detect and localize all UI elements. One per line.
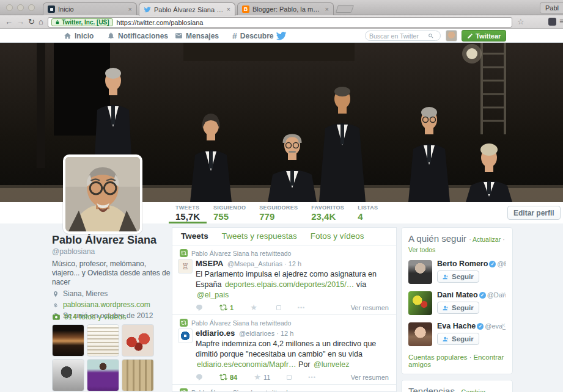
tweet-mention[interactable]: @lunvelez bbox=[314, 360, 350, 369]
address-bar[interactable]: Twitter, Inc. [US] https://twitter.com/p… bbox=[48, 17, 512, 27]
new-tab-button[interactable] bbox=[336, 5, 354, 13]
chrome-menu-icon[interactable]: ≡ bbox=[559, 16, 563, 26]
tweet-author-avatar[interactable]: ♖ bbox=[178, 259, 193, 274]
favorite-button[interactable]: ★ 11 bbox=[254, 374, 270, 381]
bookmark-star-icon[interactable]: ☆ bbox=[517, 17, 524, 26]
tab-close-icon[interactable]: × bbox=[325, 6, 329, 13]
compose-tweet-button[interactable]: Twittear bbox=[462, 30, 506, 42]
profile-website-link[interactable]: pablosiana.wordpress.com bbox=[63, 301, 150, 309]
follow-suggestion: Berto Romero✓@Berto_R… × Seguir bbox=[408, 260, 506, 285]
tweet-link[interactable]: deportes.elpais.com/deportes/2015/… bbox=[225, 280, 354, 289]
tweet-author-name[interactable]: MSEPA bbox=[196, 259, 223, 268]
stat-favorites[interactable]: FAVORITOS 23,4K bbox=[304, 202, 351, 223]
tweet[interactable]: Pablo Álvarez Siana ha retwitteado Astur… bbox=[172, 385, 396, 392]
search-box[interactable] bbox=[365, 31, 441, 41]
tweet-mention[interactable]: @el_pais bbox=[197, 291, 229, 299]
embed-button[interactable] bbox=[287, 375, 292, 380]
profile-photo-thumbnail[interactable] bbox=[52, 324, 84, 357]
follow-button[interactable]: Seguir bbox=[437, 270, 479, 283]
photos-section-link[interactable]: 914 fotos y vídeos bbox=[52, 313, 126, 321]
tab-tweets-replies[interactable]: Tweets y respuestas bbox=[222, 231, 297, 241]
nav-profile-avatar[interactable] bbox=[446, 30, 457, 42]
close-window-button[interactable] bbox=[6, 4, 13, 11]
refresh-suggestions-link[interactable]: Actualizar bbox=[473, 236, 501, 243]
url-text[interactable]: https://twitter.com/pablosiana bbox=[117, 19, 204, 26]
dismiss-suggestion-icon[interactable]: × bbox=[501, 291, 506, 297]
home-browser-icon[interactable]: ⌂ bbox=[39, 16, 43, 27]
profile-photo-thumbnail[interactable] bbox=[122, 359, 154, 391]
reply-button[interactable] bbox=[196, 304, 203, 311]
ssl-security-badge[interactable]: Twitter, Inc. [US] bbox=[51, 18, 113, 26]
reply-icon bbox=[196, 304, 203, 311]
suggestion-avatar[interactable] bbox=[408, 322, 432, 346]
tab-tweets[interactable]: Tweets bbox=[181, 231, 208, 241]
search-input[interactable] bbox=[369, 32, 425, 40]
tweet[interactable]: Pablo Álvarez Siana ha retwitteado ♖ MSE… bbox=[172, 245, 396, 315]
retweet-context: Pablo Álvarez Siana ha retwitteado bbox=[180, 319, 389, 327]
tweet-author-meta[interactable]: @eldiarioes · 12 h bbox=[239, 330, 293, 337]
view-all-suggestions-link[interactable]: Ver todos bbox=[408, 246, 435, 253]
follow-button[interactable]: Seguir bbox=[437, 302, 479, 314]
profile-photo-thumbnail[interactable] bbox=[52, 359, 84, 391]
tab-close-icon[interactable]: × bbox=[227, 6, 230, 13]
dismiss-suggestion-icon[interactable]: × bbox=[501, 260, 506, 266]
nav-messages[interactable]: Mensajes bbox=[175, 29, 219, 43]
nav-notifications[interactable]: Notificaciones bbox=[107, 29, 168, 43]
retweet-button[interactable]: 1 bbox=[219, 303, 234, 311]
chrome-profile-chip[interactable]: Pabl bbox=[540, 2, 563, 13]
stat-following[interactable]: SIGUIENDO 755 bbox=[207, 202, 252, 223]
browser-tab-inicio[interactable]: Inicio × bbox=[43, 2, 137, 15]
stat-lists[interactable]: LISTAS 4 bbox=[351, 202, 385, 223]
tweet-author-name[interactable]: eldiario.es bbox=[196, 328, 235, 338]
tab-photos-videos[interactable]: Fotos y vídeos bbox=[311, 231, 364, 241]
profile-photo-thumbnail[interactable] bbox=[87, 359, 119, 391]
twitter-bird-icon[interactable] bbox=[276, 31, 287, 42]
nav-discover[interactable]: # Descubre bbox=[232, 29, 274, 43]
tab-close-icon[interactable]: × bbox=[128, 6, 132, 13]
expand-summary-link[interactable]: Ver resumen bbox=[351, 304, 389, 311]
dismiss-suggestion-icon[interactable]: × bbox=[501, 322, 506, 328]
tweet-author-avatar[interactable] bbox=[178, 328, 193, 343]
edit-profile-button[interactable]: Editar perfil bbox=[507, 206, 561, 220]
profile-avatar[interactable] bbox=[63, 154, 142, 234]
back-icon[interactable]: ← bbox=[5, 16, 13, 27]
suggestion-avatar[interactable] bbox=[408, 260, 432, 284]
follow-person-icon bbox=[443, 274, 449, 280]
embed-button[interactable] bbox=[276, 305, 281, 310]
reply-button[interactable] bbox=[196, 374, 203, 381]
retweet-button[interactable]: 84 bbox=[219, 373, 237, 381]
more-actions-button[interactable]: ••• bbox=[308, 374, 315, 380]
profile-website[interactable]: pablosiana.wordpress.com bbox=[52, 301, 172, 309]
popular-accounts-link[interactable]: Cuentas populares bbox=[408, 354, 468, 361]
nav-home[interactable]: Inicio bbox=[64, 29, 94, 43]
inicio-favicon bbox=[48, 5, 55, 13]
suggestion-avatar[interactable] bbox=[408, 291, 432, 315]
tweet-feed: Tweets Tweets y respuestas Fotos y vídeo… bbox=[172, 227, 397, 392]
follow-button[interactable]: Seguir bbox=[437, 333, 479, 345]
browser-tab-twitter[interactable]: Pablo Álvarez Siana (@pab... × bbox=[139, 2, 235, 16]
extension-icon[interactable] bbox=[548, 18, 556, 26]
suggestion-name[interactable]: Berto Romero bbox=[437, 260, 488, 268]
suggestion-name[interactable]: Eva Hache bbox=[437, 322, 476, 330]
location-pin-icon bbox=[52, 291, 59, 298]
stat-followers[interactable]: SEGUIDORES 779 bbox=[252, 202, 304, 223]
tweet-link[interactable]: eldiario.es/economia/Mapfr… bbox=[197, 360, 296, 369]
expand-summary-link[interactable]: Ver resumen bbox=[351, 374, 389, 381]
more-actions-button[interactable]: ••• bbox=[298, 305, 305, 311]
trends-card: Tendencias · Cambiar #Gala6GHVIP Uma Thu… bbox=[401, 380, 513, 392]
profile-photo-thumbnail[interactable] bbox=[122, 324, 154, 357]
change-trends-link[interactable]: Cambiar bbox=[461, 388, 485, 392]
stat-tweets[interactable]: TWEETS 15,7K bbox=[169, 202, 207, 223]
browser-tab-blogger[interactable]: B Blogger: Pablo, la música - ... × bbox=[237, 2, 334, 15]
forward-icon[interactable]: → bbox=[17, 16, 24, 27]
suggestion-name[interactable]: Dani Mateo bbox=[437, 291, 478, 299]
stat-value: 23,4K bbox=[311, 211, 344, 222]
minimize-window-button[interactable] bbox=[17, 4, 24, 11]
zoom-window-button[interactable] bbox=[28, 4, 35, 11]
favorite-button[interactable]: ★ bbox=[250, 305, 260, 311]
reload-icon[interactable]: ↻ bbox=[28, 16, 35, 27]
profile-name[interactable]: Pablo Álvarez Siana bbox=[52, 234, 172, 246]
tweet-author-meta[interactable]: @Msepa_Asturias · 12 h bbox=[227, 260, 301, 267]
profile-photo-thumbnail[interactable] bbox=[87, 324, 119, 357]
tweet[interactable]: Pablo Álvarez Siana ha retwitteado eldia… bbox=[172, 315, 396, 385]
